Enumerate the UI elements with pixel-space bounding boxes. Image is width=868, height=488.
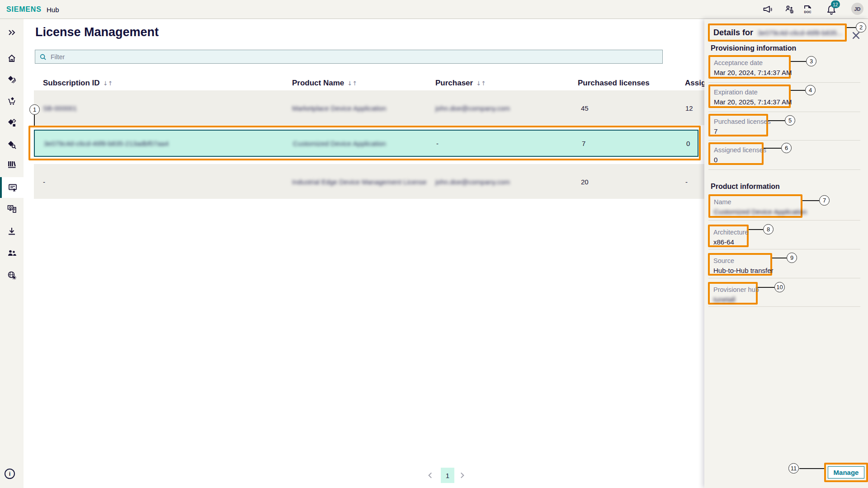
user-collaboration-icon[interactable] xyxy=(784,4,795,15)
sidebar-item-app-projects[interactable] xyxy=(0,114,24,132)
column-header-purchaser[interactable]: Purchaser↓↑ xyxy=(435,79,486,88)
pagination-current-page[interactable]: 1 xyxy=(441,468,454,483)
field-acceptance-date: Acceptance date Mar 20, 2024, 7:14:37 AM xyxy=(708,55,791,79)
sidebar-item-marketplace[interactable] xyxy=(0,92,24,110)
sidebar-expand-icon[interactable] xyxy=(0,23,24,42)
cell-assigned-licenses: 12 xyxy=(685,104,693,112)
field-value: Mar 20, 2025, 7:14:37 AM xyxy=(714,98,785,106)
callout-1-line xyxy=(34,115,35,126)
manage-button[interactable]: Manage xyxy=(828,466,864,479)
callout-8-line xyxy=(749,229,763,230)
notification-count-badge: 12 xyxy=(831,0,840,8)
callout-10: 10 xyxy=(774,282,785,292)
sort-arrows-icon[interactable]: ↓↑ xyxy=(476,80,486,87)
cell-purchased-licenses: 7 xyxy=(582,140,585,147)
sidebar-item-license-management[interactable] xyxy=(0,177,24,198)
sidebar-item-catalog[interactable] xyxy=(0,155,24,174)
filter-field xyxy=(35,50,663,64)
field-value: 0 xyxy=(714,156,758,164)
field-label: Name xyxy=(714,198,797,206)
callout-3: 3 xyxy=(806,56,816,66)
cell-purchased-licenses: 20 xyxy=(581,178,589,185)
sidebar-item-app-discovery[interactable] xyxy=(0,136,24,154)
divider xyxy=(708,112,860,112)
table-row[interactable]: - Industrial Edge Device Management Lice… xyxy=(34,164,704,199)
callout-11-line xyxy=(799,468,824,469)
divider xyxy=(708,82,860,83)
cell-purchaser: john.doe@company.com xyxy=(435,104,510,112)
documentation-icon[interactable]: DOC xyxy=(802,4,813,15)
callout-3-line xyxy=(791,61,806,62)
divider xyxy=(708,306,860,307)
sidebar-item-ecosystem[interactable] xyxy=(0,266,24,284)
application-window: SIEMENS Hub DOC 12 JD xyxy=(0,0,868,488)
field-label: Assigned licenses xyxy=(714,146,758,154)
user-avatar[interactable]: JD xyxy=(851,3,863,15)
divider xyxy=(708,140,860,141)
search-icon xyxy=(39,53,47,61)
cell-assigned-licenses: - xyxy=(685,178,688,185)
table-row-selected[interactable]: 3e079c4d-c6cd-46f8-b835-213adbf07aa4 Cus… xyxy=(34,130,698,157)
field-value: 7 xyxy=(714,127,763,135)
cell-product-name: Industrial Edge Device Management Licens… xyxy=(292,178,427,185)
cell-purchased-licenses: 45 xyxy=(581,104,589,112)
cell-purchaser: - xyxy=(436,140,439,147)
callout-11: 11 xyxy=(788,463,799,474)
divider xyxy=(708,220,860,221)
callout-2: 2 xyxy=(856,22,866,33)
field-expiration-date: Expiration date Mar 20, 2025, 7:14:37 AM xyxy=(708,84,791,108)
table-row[interactable]: SB-000001 Marketplace Device Application… xyxy=(34,90,704,125)
cell-subscription-id: 3e079c4d-c6cd-46f8-b835-213adbf07aa4 xyxy=(44,140,169,147)
column-header-product-name[interactable]: Product Name↓↑ xyxy=(292,79,357,88)
divider xyxy=(708,278,860,278)
field-value: Hub-to-Hub transfer xyxy=(713,267,767,274)
field-label: Source xyxy=(713,257,767,264)
details-panel: Details for 3e079c4d-c6cd-46f8-b835... 2… xyxy=(704,19,868,488)
cell-subscription-id: - xyxy=(43,178,45,185)
field-label: Provisioner hub xyxy=(713,286,752,293)
callout-1: 1 xyxy=(29,104,40,115)
cell-subscription-id: SB-000001 xyxy=(43,104,77,112)
callout-6: 6 xyxy=(781,143,792,153)
pagination-previous-icon[interactable] xyxy=(426,471,434,479)
field-purchased-licenses: Purchased licenses 7 xyxy=(708,114,768,136)
top-bar: SIEMENS Hub DOC 12 JD xyxy=(0,0,868,19)
sidebar-item-downloads[interactable] xyxy=(0,222,24,240)
callout-7-line xyxy=(802,200,819,201)
cell-assigned-licenses: 0 xyxy=(686,140,690,147)
sidebar-item-device-management[interactable] xyxy=(0,200,24,218)
divider xyxy=(708,169,860,170)
filter-input[interactable] xyxy=(51,53,658,61)
section-heading-product: Product information xyxy=(711,183,780,191)
section-heading-provisioning: Provisioning information xyxy=(711,44,796,52)
sidebar: i xyxy=(0,19,24,488)
callout-4: 4 xyxy=(805,85,816,95)
sidebar-item-applications[interactable] xyxy=(0,70,24,89)
page-title: License Management xyxy=(35,25,159,39)
callout-5: 5 xyxy=(785,115,795,126)
field-label: Architecture xyxy=(713,229,743,236)
callout-8: 8 xyxy=(763,224,774,235)
app-name: Hub xyxy=(47,6,59,14)
column-header-purchased-licenses: Purchased licenses xyxy=(578,79,650,88)
column-header-subscription-id[interactable]: Subscription ID↓↑ xyxy=(43,79,113,88)
callout-10-line xyxy=(758,287,774,288)
siemens-logo: SIEMENS xyxy=(6,5,42,14)
field-value: Customized Device Application xyxy=(714,208,797,216)
announcements-icon[interactable] xyxy=(762,4,773,15)
callout-4-line xyxy=(791,90,805,91)
sort-arrows-icon[interactable]: ↓↑ xyxy=(103,80,113,87)
cell-product-name: Customized Device Application xyxy=(293,140,386,147)
field-value: tunetall xyxy=(713,296,752,303)
field-label: Purchased licenses xyxy=(714,118,763,125)
pagination-next-icon[interactable] xyxy=(458,471,466,479)
info-icon[interactable]: i xyxy=(5,469,15,479)
field-assigned-licenses: Assigned licenses 0 xyxy=(708,142,764,165)
sort-arrows-icon[interactable]: ↓↑ xyxy=(347,80,357,87)
cell-product-name: Marketplace Device Application xyxy=(292,104,386,112)
annotation-box-panel-title: Details for 3e079c4d-c6cd-46f8-b835... xyxy=(708,23,847,42)
callout-5-line xyxy=(768,120,785,121)
sidebar-item-users[interactable] xyxy=(0,244,24,262)
sidebar-item-home[interactable] xyxy=(0,49,24,67)
field-label: Acceptance date xyxy=(714,59,785,66)
